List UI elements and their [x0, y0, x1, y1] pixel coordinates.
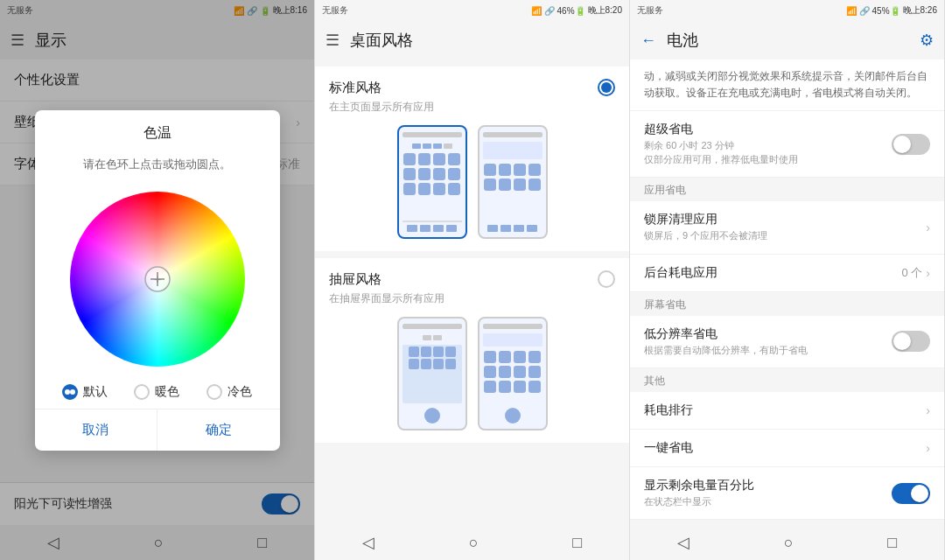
show-pct-toggle[interactable]: [892, 483, 930, 504]
phone-icons-row3: [403, 183, 460, 195]
phone-previews-drawer: [329, 317, 615, 430]
nav-back-2[interactable]: ◁: [362, 533, 374, 552]
low-res-left: 低分辨率省电 根据需要自动降低分辨率，有助于省电: [644, 326, 892, 357]
super-save-knob: [893, 136, 911, 153]
nav-home-3[interactable]: ○: [784, 534, 794, 552]
phone-app-icon: [448, 153, 460, 165]
style-standard: 标准风格 在主页面显示所有应用: [315, 66, 629, 251]
nav-bar-3: ◁ ○ □: [630, 525, 944, 560]
power-rank-left: 耗电排行: [644, 402, 926, 418]
background-title: 后台耗电应用: [644, 265, 901, 281]
color-wheel[interactable]: +: [70, 192, 245, 367]
radio-standard[interactable]: [598, 79, 615, 96]
radio-drawer[interactable]: [598, 270, 615, 288]
menu-icon-2[interactable]: ☰: [326, 31, 340, 50]
phone-app-icon: [528, 366, 541, 378]
background-left: 后台耗电应用: [644, 265, 901, 281]
confirm-button[interactable]: 确定: [158, 410, 280, 451]
low-res-toggle[interactable]: [892, 331, 930, 352]
background-arrow: ›: [926, 266, 930, 280]
phone-app-icon: [484, 351, 496, 363]
battery-top-desc: 动，减弱或关闭部分视觉效果和系统提示音，关闭邮件后台自动获取。设备正在充电或充满…: [630, 60, 944, 111]
option-default-label: 默认: [83, 384, 108, 400]
nav-recent-2[interactable]: □: [572, 534, 582, 552]
status-service-2: 无服务: [322, 4, 348, 17]
top-bar-3: ← 电池 ⚙: [630, 21, 944, 60]
dialog-buttons: 取消 确定: [35, 409, 280, 451]
option-cool[interactable]: 冷色: [206, 384, 252, 400]
style-drawer-desc: 在抽屉界面显示所有应用: [329, 291, 615, 306]
dialog-title: 色温: [35, 110, 280, 157]
phone-topbar: [402, 132, 462, 137]
battery-item-power-rank[interactable]: 耗电排行 ›: [630, 392, 944, 430]
option-warm-label: 暖色: [155, 384, 179, 400]
style-drawer-name: 抽屉风格: [329, 271, 382, 288]
phone-icons-drawer3: [484, 381, 541, 393]
page-title-2: 桌面风格: [350, 30, 413, 51]
radio-default: [62, 384, 78, 400]
one-key-arrow: ›: [926, 441, 930, 455]
option-warm[interactable]: 暖色: [134, 384, 179, 400]
phone-app-icon: [418, 183, 430, 195]
nav-home-2[interactable]: ○: [469, 534, 479, 552]
phone-icons-drawer2: [484, 366, 541, 378]
phone-icons-row4: [484, 164, 541, 176]
super-save-toggle[interactable]: [892, 134, 930, 155]
panel-desktop-style: 无服务 📶 🔗 46%🔋 晚上8:20 ☰ 桌面风格 标准风格 在主页面显示所有…: [315, 0, 630, 560]
phone-app-icon: [528, 351, 541, 363]
back-icon-3[interactable]: ←: [640, 32, 656, 50]
signal-icon-3: 📶: [846, 6, 857, 16]
radio-cool: [206, 384, 222, 400]
phone-app-icon: [499, 178, 511, 191]
phone-app-icon: [403, 168, 416, 180]
phone-app-icon: [528, 178, 541, 191]
section-app-save: 应用省电: [630, 178, 944, 201]
battery-item-lock-clean[interactable]: 锁屏清理应用 锁屏后，9 个应用不会被清理 ›: [630, 201, 944, 254]
phone-app-icon: [448, 183, 460, 195]
lock-clean-title: 锁屏清理应用: [644, 212, 926, 228]
phone-previews-standard: [329, 125, 615, 239]
phone-app-icon: [484, 381, 496, 393]
battery-item-show-pct: 显示剩余电量百分比 在状态栏中显示: [630, 467, 944, 520]
style-standard-desc: 在主页面显示所有应用: [329, 100, 615, 115]
svg-text:+: +: [153, 272, 160, 286]
phone-app-icon: [418, 153, 430, 165]
low-res-knob: [893, 332, 911, 350]
status-bar-2: 无服务 📶 🔗 46%🔋 晚上8:20: [315, 0, 629, 21]
phone-topbar2: [483, 132, 542, 137]
phone-preview-drawer-2: [478, 317, 548, 430]
nav-back-3[interactable]: ◁: [677, 533, 690, 552]
phone-icons-row5: [484, 178, 541, 191]
page-title-3: 电池: [667, 30, 698, 51]
phone-app-icon: [433, 183, 445, 195]
phone-app-icon: [499, 381, 511, 393]
phone-app-icon: [403, 153, 416, 165]
phone-app-icon: [403, 183, 416, 195]
battery-item-low-res: 低分辨率省电 根据需要自动降低分辨率，有助于省电: [630, 316, 944, 368]
phone-app-icon: [514, 381, 526, 393]
one-key-left: 一键省电: [644, 440, 926, 456]
phone-app-icon: [499, 351, 511, 363]
battery-item-background[interactable]: 后台耗电应用 0 个 ›: [630, 255, 944, 292]
section-screen-save: 屏幕省电: [630, 292, 944, 316]
lock-clean-left: 锁屏清理应用 锁屏后，9 个应用不会被清理: [644, 212, 926, 242]
cancel-button[interactable]: 取消: [35, 410, 158, 451]
phone-icons-drawer: [484, 351, 541, 363]
show-pct-title: 显示剩余电量百分比: [644, 478, 892, 494]
status-time-2: 📶 🔗 46%🔋 晚上8:20: [531, 4, 622, 17]
background-right: 0 个 ›: [901, 265, 930, 281]
background-count: 0 个: [901, 265, 922, 281]
phone-app-icon: [433, 153, 445, 165]
phone-app-icon: [528, 381, 541, 393]
battery-item-one-key-save[interactable]: 一键省电 ›: [630, 430, 944, 467]
settings-icon-3[interactable]: ⚙: [920, 31, 934, 50]
option-default[interactable]: 默认: [62, 384, 108, 400]
section-other: 其他: [630, 368, 944, 392]
nav-recent-3[interactable]: □: [887, 534, 897, 552]
low-res-desc: 根据需要自动降低分辨率，有助于省电: [644, 344, 892, 357]
wifi-icon-3: 🔗: [859, 6, 870, 16]
battery-item-super-save: 超级省电 剩余 60 小时 23 分钟仅部分应用可用，推荐低电量时使用: [630, 111, 944, 178]
nav-bar-2: ◁ ○ □: [315, 525, 629, 560]
panel-battery: 无服务 📶 🔗 45%🔋 晚上8:26 ← 电池 ⚙ 动，减弱或关闭部分视觉效果…: [630, 0, 945, 560]
power-rank-title: 耗电排行: [644, 402, 926, 418]
